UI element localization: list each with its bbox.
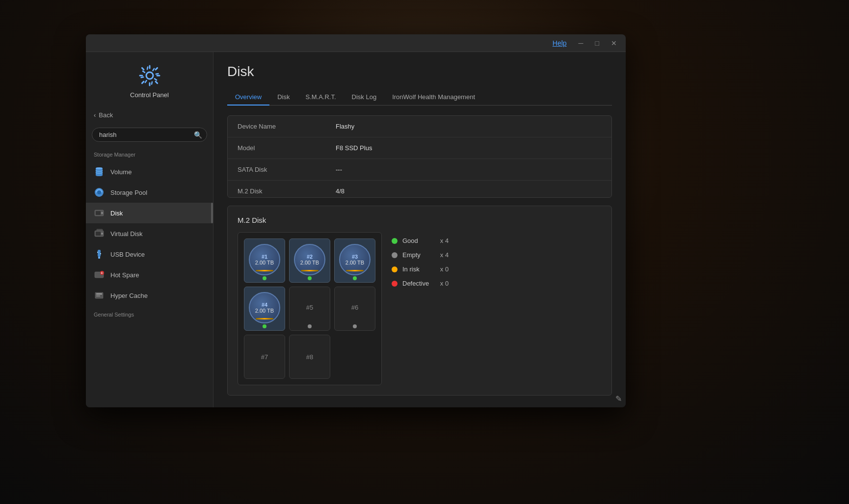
disk-1-size: 2.00 TB xyxy=(255,260,274,265)
disk-slot-7[interactable]: #7 xyxy=(244,335,285,379)
m2-disk-title: M.2 Disk xyxy=(238,216,602,224)
svg-rect-20 xyxy=(96,295,100,296)
sidebar-item-virtual-disk[interactable]: Virtual Disk xyxy=(86,223,213,244)
general-settings-label: General Settings xyxy=(86,306,213,321)
volume-icon xyxy=(94,166,105,177)
tab-ironwolf[interactable]: IronWolf Health Management xyxy=(384,89,483,106)
page-title: Disk xyxy=(227,64,612,80)
control-panel-label: Control Panel xyxy=(130,91,169,99)
back-label: Back xyxy=(99,111,113,119)
device-info-card: Device Name Flashy Model F8 SSD Plus SAT… xyxy=(227,115,612,198)
tab-disk-log[interactable]: Disk Log xyxy=(344,89,385,106)
scroll-indicator xyxy=(211,203,213,223)
disk-icon xyxy=(94,208,105,218)
disk-grid: #1 2.00 TB #2 2.00 TB xyxy=(238,232,382,385)
tab-disk[interactable]: Disk xyxy=(269,89,297,106)
m2-disk-row: M.2 Disk 4/8 xyxy=(228,181,611,198)
legend-good-count: x 4 xyxy=(434,237,449,244)
hyper-cache-icon xyxy=(94,290,105,301)
sidebar-item-disk[interactable]: Disk xyxy=(86,203,213,223)
minimize-button[interactable]: ─ xyxy=(576,38,586,48)
disk-slot-1[interactable]: #1 2.00 TB xyxy=(244,239,285,283)
disk-slot-6[interactable]: #6 xyxy=(334,287,375,331)
legend-defective-label: Defective xyxy=(402,280,429,287)
main-window: Help ─ □ ✕ Control Panel ‹ Back xyxy=(86,34,626,407)
tab-smart[interactable]: S.M.A.R.T. xyxy=(297,89,344,106)
device-name-value: Flashy xyxy=(336,123,354,130)
back-button[interactable]: ‹ Back xyxy=(86,108,213,122)
sidebar-item-volume[interactable]: Volume xyxy=(86,161,213,182)
svg-point-0 xyxy=(146,72,153,79)
search-bar: 🔍 xyxy=(92,128,207,142)
disk-6-label: #6 xyxy=(351,304,358,311)
disk-slot-2[interactable]: #2 2.00 TB xyxy=(289,239,330,283)
legend-good: Good x 4 xyxy=(392,237,449,244)
disk-4-stripe xyxy=(256,318,273,319)
disk-3-stripe xyxy=(346,270,364,271)
sata-disk-row: SATA Disk --- xyxy=(228,159,611,181)
disk-8-label: #8 xyxy=(306,353,313,361)
sidebar-item-storage-pool[interactable]: Storage Pool xyxy=(86,182,213,203)
hot-spare-icon: + xyxy=(94,269,105,280)
search-input[interactable] xyxy=(92,128,207,142)
legend-defective-dot xyxy=(392,281,398,287)
search-icon: 🔍 xyxy=(194,131,202,139)
edit-icon: ✎ xyxy=(615,394,622,403)
svg-rect-11 xyxy=(98,250,101,257)
model-value: F8 SSD Plus xyxy=(336,144,372,152)
gear-icon xyxy=(138,64,161,87)
main-content: Disk Overview Disk S.M.A.R.T. Disk Log I… xyxy=(213,52,626,407)
sidebar-item-disk-label: Disk xyxy=(110,210,123,217)
sidebar-item-hyper-cache[interactable]: Hyper Cache xyxy=(86,285,213,306)
disk-slot-empty xyxy=(334,335,375,379)
virtual-disk-icon xyxy=(94,228,105,239)
section-storage-label: Storage Manager xyxy=(86,150,213,161)
disk-circle-1: #1 2.00 TB xyxy=(249,244,280,275)
titlebar: Help ─ □ ✕ xyxy=(86,34,626,52)
sidebar-item-hot-spare-label: Hot Spare xyxy=(110,271,139,279)
window-body: Control Panel ‹ Back 🔍 Storage Manager xyxy=(86,52,626,407)
legend-empty-label: Empty xyxy=(402,251,421,259)
close-button[interactable]: ✕ xyxy=(608,38,620,48)
model-row: Model F8 SSD Plus xyxy=(228,137,611,159)
disk-4-size: 2.00 TB xyxy=(255,308,274,314)
disk-circle-3: #3 2.00 TB xyxy=(339,244,371,275)
legend-in-risk: In risk x 0 xyxy=(392,265,449,273)
svg-text:+: + xyxy=(101,271,103,275)
sidebar-item-virtual-disk-label: Virtual Disk xyxy=(110,230,143,238)
sidebar-item-storage-pool-label: Storage Pool xyxy=(110,189,147,196)
disk-slot-4[interactable]: #4 2.00 TB xyxy=(244,287,285,331)
disk-circle-2: #2 2.00 TB xyxy=(294,244,325,275)
sidebar-item-hot-spare[interactable]: + Hot Spare xyxy=(86,265,213,285)
svg-rect-14 xyxy=(100,253,101,254)
svg-rect-10 xyxy=(97,229,103,231)
sidebar-item-hyper-cache-label: Hyper Cache xyxy=(110,292,148,299)
svg-point-6 xyxy=(101,212,103,214)
back-arrow-icon: ‹ xyxy=(94,111,96,119)
legend-defective-count: x 0 xyxy=(434,280,449,287)
sidebar-item-usb-device[interactable]: USB Device xyxy=(86,244,213,265)
model-label: Model xyxy=(238,144,336,152)
disk-1-stripe xyxy=(256,270,273,271)
svg-rect-8 xyxy=(96,232,101,236)
legend-good-label: Good xyxy=(402,237,418,244)
help-button[interactable]: Help xyxy=(550,38,570,48)
disk-slot-5[interactable]: #5 xyxy=(289,287,330,331)
legend-in-risk-count: x 0 xyxy=(434,265,449,273)
disk-1-dot xyxy=(263,276,266,280)
tabs: Overview Disk S.M.A.R.T. Disk Log IronWo… xyxy=(227,89,612,106)
disk-circle-4: #4 2.00 TB xyxy=(249,292,280,323)
sata-disk-value: --- xyxy=(336,166,342,173)
disk-4-number: #4 xyxy=(262,302,267,308)
usb-icon xyxy=(94,249,105,260)
legend-in-risk-dot xyxy=(392,266,398,272)
legend-empty-dot xyxy=(392,252,398,258)
legend-in-risk-label: In risk xyxy=(402,265,420,273)
legend-good-dot xyxy=(392,238,398,244)
disk-slot-3[interactable]: #3 2.00 TB xyxy=(334,239,375,283)
disk-slot-8[interactable]: #8 xyxy=(289,335,330,379)
maximize-button[interactable]: □ xyxy=(592,38,602,48)
disk-1-number: #1 xyxy=(262,254,267,260)
tab-overview[interactable]: Overview xyxy=(227,89,269,106)
sata-disk-label: SATA Disk xyxy=(238,166,336,173)
